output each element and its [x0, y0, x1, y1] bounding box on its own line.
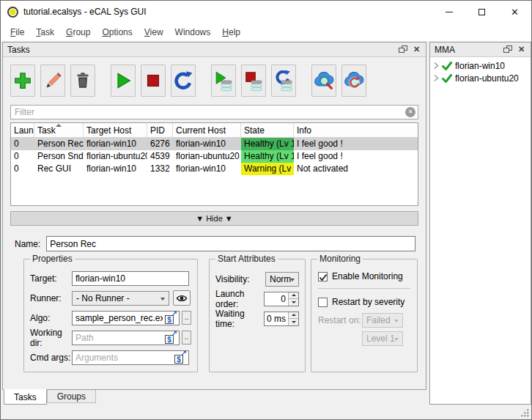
start-attributes-group: Start Attributes Visibility: Norm Launch… [209, 259, 306, 372]
mma-panel-header: MMA ✕ [430, 43, 531, 57]
start-task-button[interactable] [111, 65, 136, 97]
spin-down-button[interactable] [289, 319, 298, 325]
chevron-down-icon [394, 320, 399, 323]
stop-task-button[interactable] [141, 65, 166, 97]
column-header-task[interactable]: Task [34, 123, 84, 137]
tasks-toolbar [10, 65, 418, 97]
launch-order-stepper[interactable]: 0 [264, 292, 299, 306]
menu-options[interactable]: Options [96, 24, 138, 40]
menu-task[interactable]: Task [30, 24, 60, 40]
algo-browse-button[interactable]: .. [182, 311, 191, 325]
spin-up-button[interactable] [289, 292, 298, 300]
column-header-target-host[interactable]: Target Host [84, 123, 147, 137]
checkmark-icon [319, 273, 328, 281]
insert-variable-button[interactable]: $↗ [165, 312, 177, 324]
window-title: tutorial.ecalsys - eCAL Sys GUI [23, 7, 432, 17]
spin-down-button[interactable] [289, 299, 298, 306]
insert-variable-button[interactable]: $↗ [174, 351, 187, 364]
add-task-button[interactable] [10, 65, 35, 97]
target-input[interactable] [72, 271, 189, 286]
expand-chevron-icon[interactable] [434, 62, 439, 70]
pencil-icon [42, 70, 64, 92]
cell-pid: 4539 [147, 150, 173, 163]
column-header-current-host[interactable]: Current Host [173, 123, 241, 137]
arrow-down-icon [292, 301, 296, 303]
restart-on-label: Restart on: [318, 315, 362, 325]
tasks-panel-close-button[interactable]: ✕ [410, 44, 424, 56]
host-name: florian-win10 [455, 61, 505, 71]
tree-item-host[interactable]: florian-ubuntu20 [430, 72, 531, 84]
edit-task-button[interactable] [40, 65, 65, 97]
delete-task-button[interactable] [70, 65, 95, 97]
menu-view[interactable]: View [138, 24, 169, 40]
cell-pid: 1332 [147, 163, 173, 175]
menu-windows[interactable]: Windows [169, 24, 217, 40]
mma-panel-float-button[interactable] [500, 44, 514, 56]
maximize-button[interactable] [465, 1, 498, 23]
task-name-input[interactable] [46, 236, 415, 251]
column-header-state[interactable]: State [241, 123, 294, 137]
filter-clear-button[interactable]: ✕ [405, 107, 415, 117]
table-row[interactable]: 0 Person Rec florian-win10 6276 florian-… [11, 138, 418, 150]
name-label: Name: [15, 239, 40, 249]
cell-state: Healthy (Lv 1) [241, 150, 294, 163]
mma-panel-title: MMA [435, 45, 500, 55]
restart-task-button[interactable] [171, 65, 196, 97]
title-bar: tutorial.ecalsys - eCAL Sys GUI ✕ [1, 1, 531, 23]
menu-group[interactable]: Group [60, 24, 96, 40]
minimize-button[interactable] [432, 1, 465, 23]
close-icon: ✕ [511, 7, 519, 17]
chevron-down-icon [160, 298, 165, 301]
restart-by-severity-label: Restart by severity [332, 297, 404, 307]
hide-details-button[interactable]: ▼ Hide ▼ [10, 211, 418, 226]
cell-current-host: florian-ubuntu20 [173, 150, 241, 163]
menu-help[interactable]: Help [216, 24, 246, 40]
filter-row: ✕ [10, 105, 418, 119]
cell-target-host: florian-ubuntu20 [84, 150, 147, 163]
restart-on-select: Failed [362, 313, 403, 328]
runner-label: Runner: [30, 293, 72, 303]
working-dir-input[interactable] [72, 331, 180, 345]
mma-panel-close-button[interactable]: ✕ [514, 44, 528, 56]
trash-icon [72, 70, 94, 92]
restart-by-severity-checkbox[interactable] [318, 298, 328, 307]
cell-target-host: florian-win10 [84, 138, 147, 150]
close-button[interactable]: ✕ [498, 1, 531, 23]
table-row[interactable]: 0 Person Snd florian-ubuntu20 4539 flori… [11, 150, 418, 163]
menu-file[interactable]: File [4, 24, 30, 40]
working-dir-browse-button[interactable]: .. [182, 331, 191, 345]
cmd-args-input[interactable] [72, 350, 189, 365]
column-header-info[interactable]: Info [294, 123, 418, 137]
start-task-list-button[interactable] [211, 65, 236, 97]
mma-host-tree: florian-win10 florian-ubuntu20 [430, 57, 531, 404]
tasks-panel-float-button[interactable] [396, 44, 410, 56]
tree-item-host[interactable]: florian-win10 [430, 59, 531, 72]
tab-tasks[interactable]: Tasks [4, 389, 47, 405]
stop-task-list-button[interactable] [241, 65, 266, 97]
restart-task-list-button[interactable] [271, 65, 296, 97]
filter-input[interactable] [10, 105, 418, 119]
mma-panel: MMA ✕ florian-win10 florian-ubuntu20 [429, 42, 531, 405]
resize-grip-icon[interactable] [520, 408, 530, 418]
update-from-cloud-button[interactable] [341, 65, 366, 97]
view-runner-button[interactable] [173, 290, 191, 306]
enable-monitoring-checkbox[interactable] [318, 272, 328, 281]
spin-up-button[interactable] [289, 312, 298, 320]
runner-select[interactable]: - No Runner - [72, 291, 169, 306]
visibility-select[interactable]: Norm [265, 272, 299, 287]
expand-chevron-icon[interactable] [434, 74, 439, 82]
waiting-time-stepper[interactable]: 0 ms [264, 312, 299, 326]
column-header-launch[interactable]: Launc [11, 123, 34, 137]
maximize-icon [479, 9, 485, 15]
tab-groups[interactable]: Groups [47, 390, 96, 403]
cell-state: Healthy (Lv 1) [241, 138, 294, 150]
table-row[interactable]: 0 Rec GUI florian-win10 1332 florian-win… [11, 163, 418, 175]
cell-state: Warning (Lv 1) [241, 163, 294, 175]
cell-launch: 0 [11, 138, 34, 150]
algo-input[interactable] [72, 311, 180, 325]
cell-pid: 6276 [147, 138, 173, 150]
cell-task: Person Rec [34, 138, 84, 150]
insert-variable-button[interactable]: $↗ [165, 331, 177, 344]
monitor-search-button[interactable] [311, 65, 336, 97]
column-header-pid[interactable]: PID [147, 123, 173, 137]
